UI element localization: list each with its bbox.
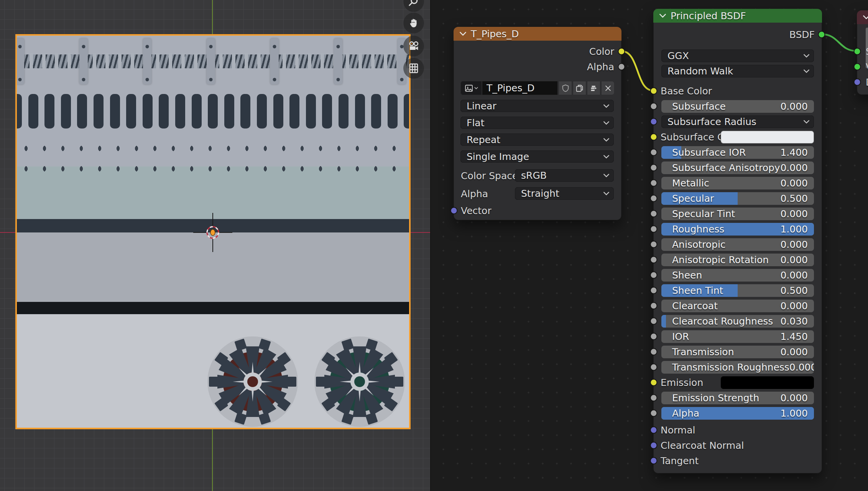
input-clearcoat-roughness-socket[interactable] xyxy=(650,318,658,325)
input-base-color-socket[interactable] xyxy=(650,87,658,95)
input-subsurface-ior-socket[interactable] xyxy=(650,149,658,156)
input-roughness-slider[interactable]: Roughness 1.000 xyxy=(661,223,814,236)
input-vector-label: Vector xyxy=(461,205,492,216)
input-anisotropic-socket[interactable] xyxy=(650,241,658,248)
output-node-header[interactable] xyxy=(857,10,868,24)
image-texture-node[interactable]: T_Pipes_D Color Alpha T_Pipes_D xyxy=(454,27,621,220)
input-subsurface-radius-socket[interactable] xyxy=(650,118,658,125)
input-transmission-socket[interactable] xyxy=(650,348,658,356)
viewport-3d[interactable] xyxy=(0,0,430,491)
fake-user-button[interactable] xyxy=(559,81,572,95)
input-roughness-socket[interactable] xyxy=(650,226,658,233)
input-emission-strength-slider[interactable]: Emission Strength 0.000 xyxy=(661,392,814,404)
image-name-field[interactable]: T_Pipes_D xyxy=(482,81,558,95)
input-specular-tint-slider[interactable]: Specular Tint 0.000 xyxy=(661,208,814,220)
pan-gizmo[interactable] xyxy=(403,13,424,33)
collapse-chevron-icon[interactable] xyxy=(863,15,868,19)
grid-gizmo[interactable] xyxy=(403,58,424,79)
unpack-icon xyxy=(590,84,598,92)
slider-value: 0.000 xyxy=(780,392,814,404)
input-metallic-socket[interactable] xyxy=(650,180,658,187)
dropdown-label: Subsurface Radius xyxy=(661,116,804,127)
editor-scrollbar[interactable] xyxy=(866,28,868,68)
input-transmission-roughness-slider[interactable]: Transmission Roughness 0.000 xyxy=(661,361,814,374)
output-color-socket[interactable] xyxy=(618,48,625,55)
input-clearcoat-socket[interactable] xyxy=(650,302,658,310)
input-specular-socket[interactable] xyxy=(650,195,658,202)
input-volume-socket[interactable] xyxy=(854,63,861,71)
input-metallic-slider[interactable]: Metallic 0.000 xyxy=(661,177,814,189)
input-subsurface-anisotropy-slider[interactable]: Subsurface Anisotropy 0.000 xyxy=(661,161,814,174)
prop-dropdown-alpha[interactable]: Straight xyxy=(515,187,614,200)
collapse-chevron-icon[interactable] xyxy=(659,14,666,18)
input-tangent-socket[interactable] xyxy=(650,457,658,465)
input-ior-slider[interactable]: IOR 1.450 xyxy=(661,330,814,343)
input-subsurface-c--swatch[interactable] xyxy=(721,131,814,143)
chevron-down-icon xyxy=(603,138,609,142)
dropdown-random-walk[interactable]: Random Walk xyxy=(661,65,814,77)
input-surface-socket[interactable] xyxy=(854,48,861,55)
image-browse-button[interactable] xyxy=(460,81,482,95)
input-clearcoat-roughness-slider[interactable]: Clearcoat Roughness 0.030 xyxy=(661,315,814,328)
input-transmission-slider[interactable]: Transmission 0.000 xyxy=(661,346,814,358)
shader-node-editor[interactable]: T_Pipes_D Color Alpha T_Pipes_D xyxy=(430,0,868,491)
dropdown-repeat[interactable]: Repeat xyxy=(460,133,614,146)
texture-bar xyxy=(404,94,409,129)
input-subsurface-slider[interactable]: Subsurface 0.000 xyxy=(661,100,814,113)
texture-bar xyxy=(306,94,316,129)
zoom-icon xyxy=(408,0,419,7)
dropdown-flat[interactable]: Flat xyxy=(460,117,614,129)
input-anisotropic-rotation-socket[interactable] xyxy=(650,256,658,264)
input-alpha-socket[interactable] xyxy=(650,410,658,417)
principled-bsdf-node[interactable]: Principled BSDF BSDF GGXRandom Walk Base… xyxy=(653,9,822,473)
texture-band-dotted xyxy=(17,166,409,219)
unpack-button[interactable] xyxy=(587,81,600,95)
input-anisotropic-slider[interactable]: Anisotropic 0.000 xyxy=(661,238,814,251)
input-transmission-roughness-socket[interactable] xyxy=(650,364,658,371)
input-normal-socket[interactable] xyxy=(650,427,658,434)
output-alpha-socket[interactable] xyxy=(618,63,625,71)
input-specular-slider[interactable]: Specular 0.500 xyxy=(661,192,814,205)
slider-label: Emission Strength xyxy=(661,392,780,404)
textured-plane-object[interactable] xyxy=(17,36,409,428)
input-emission-strength-socket[interactable] xyxy=(650,394,658,402)
input-anisotropic-rotation-slider[interactable]: Anisotropic Rotation 0.000 xyxy=(661,254,814,266)
duplicate-button[interactable] xyxy=(573,81,586,95)
input-subsurface-anisotropy-socket[interactable] xyxy=(650,164,658,171)
input-clearcoat-slider[interactable]: Clearcoat 0.000 xyxy=(661,300,814,312)
slider-label: Clearcoat xyxy=(661,300,780,311)
input-subsurface-ior-slider[interactable]: Subsurface IOR 1.400 xyxy=(661,146,814,159)
zoom-gizmo[interactable] xyxy=(403,0,424,12)
bsdf-node-header[interactable]: Principled BSDF xyxy=(653,9,822,23)
input-clearcoat-normal-socket[interactable] xyxy=(650,442,658,449)
input-sheen-tint-slider[interactable]: Sheen Tint 0.500 xyxy=(661,284,814,297)
input-vector-socket[interactable] xyxy=(450,207,458,214)
dropdown-label: Repeat xyxy=(460,134,603,145)
prop-dropdown-color-space[interactable]: sRGB xyxy=(515,169,614,182)
input-displacement-socket[interactable] xyxy=(854,79,861,86)
camera-gizmo[interactable] xyxy=(403,36,424,56)
input-sheen-socket[interactable] xyxy=(650,272,658,279)
dropdown-single-image[interactable]: Single Image xyxy=(460,150,614,163)
input-subsurface-radius-dropdown[interactable]: Subsurface Radius xyxy=(661,115,814,128)
input-alpha-slider[interactable]: Alpha 1.000 xyxy=(661,407,814,420)
input-specular-tint-socket[interactable] xyxy=(650,210,658,217)
input-emission-swatch[interactable] xyxy=(721,376,814,389)
image-node-header[interactable]: T_Pipes_D xyxy=(454,27,621,41)
slider-label: Roughness xyxy=(661,224,780,235)
dropdown-ggx[interactable]: GGX xyxy=(661,49,814,62)
collapse-chevron-icon[interactable] xyxy=(460,32,466,36)
input-subsurface-socket[interactable] xyxy=(650,103,658,110)
input-sheen-slider[interactable]: Sheen 0.000 xyxy=(661,269,814,282)
input-emission-socket[interactable] xyxy=(650,379,658,386)
unlink-button[interactable] xyxy=(601,81,615,95)
dropdown-label: Single Image xyxy=(460,151,603,162)
texture-bar xyxy=(371,94,381,129)
input-ior-socket[interactable] xyxy=(650,333,658,340)
gear-graphic-right xyxy=(314,336,405,427)
output-bsdf-socket[interactable] xyxy=(818,31,825,38)
input-subsurface-c--socket[interactable] xyxy=(650,133,658,141)
dropdown-linear[interactable]: Linear xyxy=(460,100,614,112)
input-sheen-tint-socket[interactable] xyxy=(650,287,658,294)
texture-band-black xyxy=(17,302,409,314)
